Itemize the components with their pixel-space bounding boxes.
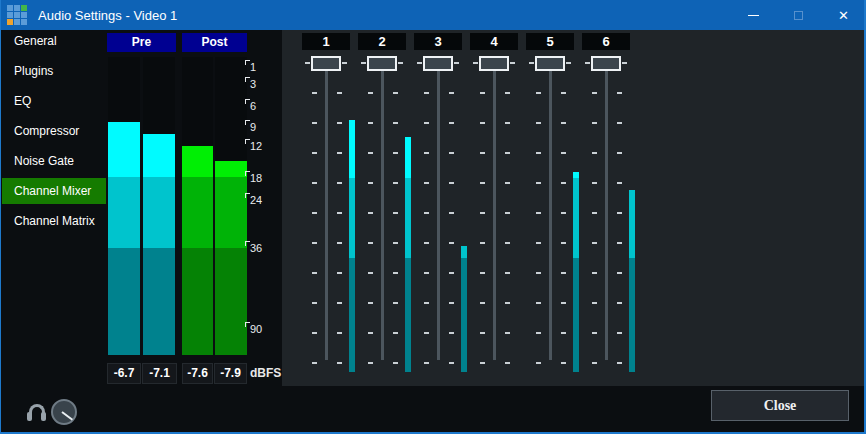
- channel-6-tick: [617, 182, 622, 184]
- channel-3-slider-track[interactable]: [437, 63, 440, 360]
- headphones-monitor-button[interactable]: [27, 401, 49, 423]
- titlebar: Audio Settings - Video 1 ✕: [0, 0, 866, 30]
- sidebar-item-channel-mixer[interactable]: Channel Mixer: [2, 178, 106, 204]
- channel-5-tick: [561, 362, 566, 364]
- sidebar-item-noise-gate[interactable]: Noise Gate: [2, 148, 106, 174]
- channel-1-slider-handle[interactable]: [311, 56, 341, 71]
- channel-5-tick: [536, 182, 541, 184]
- channel-5-header: 5: [526, 33, 574, 50]
- channel-5-tick: [561, 242, 566, 244]
- sidebar-item-channel-matrix[interactable]: Channel Matrix: [2, 208, 106, 234]
- channel-3-tick: [424, 122, 429, 124]
- channel-6-slider-handle[interactable]: [591, 56, 621, 71]
- channel-2-tick: [368, 122, 373, 124]
- channel-6-header: 6: [582, 33, 630, 50]
- channel-3-tick: [449, 122, 454, 124]
- channel-6-tick: [592, 152, 597, 154]
- channel-5-tick: [561, 122, 566, 124]
- channel-6-tick: [617, 152, 622, 154]
- channel-5-tick: [536, 362, 541, 364]
- channel-5-tick: [561, 182, 566, 184]
- channel-1-slider-track[interactable]: [325, 63, 328, 360]
- channel-5-tick: [536, 272, 541, 274]
- channel-6-tick: [592, 332, 597, 334]
- channel-6-tick: [592, 272, 597, 274]
- channel-3-handle-tick: [454, 62, 459, 64]
- scale-label-6: 6: [250, 100, 256, 112]
- scale-label-1: 1: [250, 61, 256, 73]
- channel-1-tick: [312, 332, 317, 334]
- maximize-button[interactable]: [776, 0, 821, 30]
- channel-2-tick: [393, 302, 398, 304]
- sidebar-item-plugins[interactable]: Plugins: [2, 58, 106, 84]
- channel-5-tick: [536, 302, 541, 304]
- channel-5-slider-track[interactable]: [549, 63, 552, 360]
- channel-5-tick: [561, 272, 566, 274]
- channel-2-header: 2: [358, 33, 406, 50]
- channel-4-tick: [505, 152, 510, 154]
- close-window-button[interactable]: ✕: [821, 0, 866, 30]
- channel-3-tick: [424, 92, 429, 94]
- channel-6-tick: [592, 182, 597, 184]
- monitor-volume-knob[interactable]: [51, 399, 77, 425]
- scale-label-18: 18: [250, 172, 262, 184]
- channel-3-tick: [449, 302, 454, 304]
- channel-4-slider-track[interactable]: [493, 63, 496, 360]
- close-icon: ✕: [838, 9, 849, 22]
- channel-1-tick: [337, 152, 342, 154]
- channel-4-slider-handle[interactable]: [479, 56, 509, 71]
- channel-5-level-meter: [573, 178, 579, 258]
- channel-6-slider-track[interactable]: [605, 63, 608, 360]
- channel-4-tick: [505, 272, 510, 274]
- close-button[interactable]: Close: [711, 390, 849, 421]
- sidebar-item-eq[interactable]: EQ: [2, 88, 106, 114]
- channel-6-level-meter: [629, 190, 635, 258]
- channel-1-tick: [337, 92, 342, 94]
- channel-5-handle-tick: [529, 62, 534, 64]
- channel-3-slider-handle[interactable]: [423, 56, 453, 71]
- channel-2-slider-track[interactable]: [381, 63, 384, 360]
- channel-5-tick: [536, 92, 541, 94]
- channel-2-tick: [393, 362, 398, 364]
- channel-3-tick: [424, 182, 429, 184]
- channel-4-tick: [480, 152, 485, 154]
- channel-2-tick: [368, 212, 373, 214]
- channel-2-slider-handle[interactable]: [367, 56, 397, 71]
- channel-2-level-meter: [405, 258, 411, 372]
- channel-1-tick: [312, 302, 317, 304]
- sidebar-item-compressor[interactable]: Compressor: [2, 118, 106, 144]
- channel-4-tick: [480, 302, 485, 304]
- maximize-icon: [794, 11, 803, 20]
- channel-5-slider-handle[interactable]: [535, 56, 565, 71]
- audio-settings-window: Audio Settings - Video 1 ✕ GeneralPlugin…: [0, 0, 866, 434]
- channel-1-header: 1: [302, 33, 350, 50]
- channel-6-tick: [617, 122, 622, 124]
- channel-1-tick: [337, 242, 342, 244]
- channel-4-tick: [480, 122, 485, 124]
- channel-2-handle-tick: [398, 62, 403, 64]
- channel-2-tick: [393, 242, 398, 244]
- channel-5-tick: [561, 152, 566, 154]
- channel-2-tick: [368, 92, 373, 94]
- meter-value-3: -7.9: [214, 363, 247, 384]
- scale-label-9: 9: [250, 121, 256, 133]
- channel-6-tick: [617, 242, 622, 244]
- channel-6-tick: [592, 92, 597, 94]
- channel-4-tick: [480, 362, 485, 364]
- meter-bar-post-0: [182, 177, 213, 248]
- window-title: Audio Settings - Video 1: [38, 8, 731, 23]
- channel-3-level-meter: [461, 258, 467, 372]
- meter-bar-post-1: [215, 161, 247, 177]
- channel-5-level-meter: [573, 258, 579, 372]
- channel-4-tick: [480, 212, 485, 214]
- minimize-button[interactable]: [731, 0, 776, 30]
- channel-4-handle-tick: [510, 62, 515, 64]
- channel-1-tick: [337, 272, 342, 274]
- channel-2-tick: [368, 272, 373, 274]
- channel-2-tick: [393, 122, 398, 124]
- scale-label-12: 12: [250, 140, 262, 152]
- sidebar-item-general[interactable]: General: [2, 28, 106, 54]
- channel-1-tick: [312, 182, 317, 184]
- channel-4-header: 4: [470, 33, 518, 50]
- channel-1-level-meter: [349, 120, 355, 178]
